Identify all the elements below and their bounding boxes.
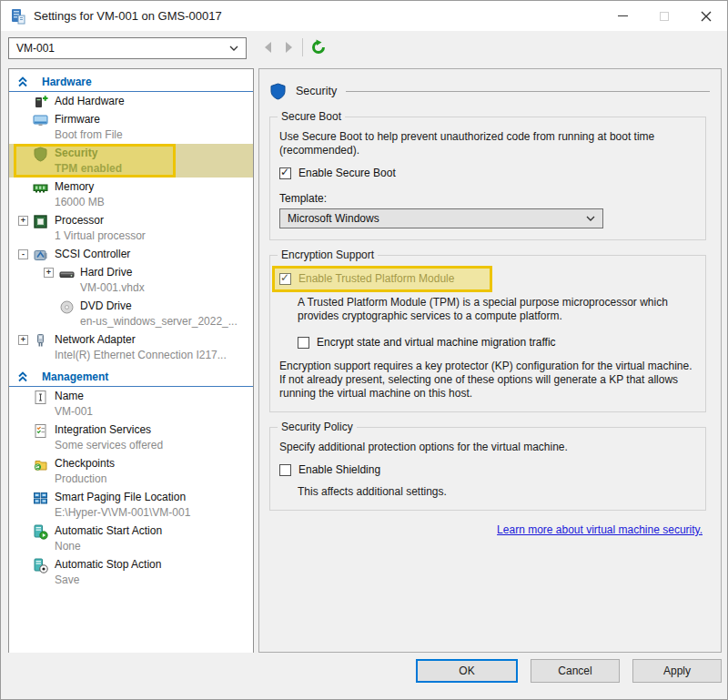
network-adapter-icon (33, 333, 48, 349)
sidebar-item-network-adapter[interactable]: + Network Adapter Intel(R) Ethernet Conn… (9, 330, 253, 364)
enable-tpm-row: Enable Trusted Platform Module (279, 272, 501, 285)
sidebar-item-sublabel: Save (55, 572, 251, 587)
sidebar-item-label: Integration Services (55, 422, 251, 437)
settings-window: Settings for VM-001 on GMS-00017 VM-001 (0, 0, 728, 700)
sidebar-item-auto-stop[interactable]: Automatic Stop Action Save (9, 555, 253, 589)
sidebar-item-label: Processor (55, 213, 251, 228)
sidebar-item-scsi-controller[interactable]: - SCSI Controller (9, 245, 253, 263)
sidebar-item-label: Firmware (55, 112, 251, 127)
add-hardware-icon (33, 95, 48, 110)
window-title: Settings for VM-001 on GMS-00017 (34, 9, 222, 23)
sidebar-item-processor[interactable]: + Processor 1 Virtual processor (9, 211, 253, 245)
sidebar-item-firmware[interactable]: Firmware Boot from File (9, 110, 253, 144)
forward-button[interactable] (281, 40, 296, 55)
sidebar-item-sublabel: E:\Hyper-V\VM-001\VM-001 (55, 504, 251, 520)
collapse-icon[interactable]: - (18, 249, 28, 259)
sidebar-item-sublabel: 1 Virtual processor (55, 228, 251, 243)
close-button[interactable] (685, 1, 727, 31)
expand-icon[interactable]: + (18, 216, 28, 226)
titlebar: Settings for VM-001 on GMS-00017 (1, 1, 727, 31)
close-icon (701, 11, 712, 22)
sidebar-item-checkpoints[interactable]: Checkpoints Production (9, 454, 253, 488)
sidebar-item-label: Name (55, 389, 251, 403)
enable-tpm-checkbox[interactable] (279, 273, 291, 285)
sidebar-item-add-hardware[interactable]: Add Hardware (9, 92, 253, 110)
checkbox-label: Enable Trusted Platform Module (298, 272, 454, 285)
sidebar-item-smart-paging[interactable]: Smart Paging File Location E:\Hyper-V\VM… (9, 488, 253, 522)
group-title: Encryption Support (278, 249, 378, 261)
sidebar-item-integration-services[interactable]: Integration Services Some services offer… (9, 421, 253, 454)
link-row: Learn more about virtual machine securit… (268, 523, 703, 536)
sidebar-item-sublabel: TPM enabled (55, 160, 251, 176)
sidebar-item-label: Automatic Stop Action (55, 557, 251, 572)
back-button[interactable] (261, 40, 276, 55)
sidebar-item-label: Smart Paging File Location (55, 490, 251, 504)
template-label: Template: (279, 192, 694, 205)
vm-selector-value: VM-001 (16, 42, 229, 55)
management-section-header[interactable]: Management (9, 367, 253, 387)
management-header-label: Management (42, 370, 108, 383)
sidebar-item-label: DVD Drive (80, 299, 251, 313)
shielding-note: This affects additional settings. (298, 485, 694, 499)
enable-shielding-row: Enable Shielding (279, 463, 694, 476)
expand-icon[interactable]: + (44, 268, 54, 278)
expand-icon[interactable]: + (18, 335, 28, 345)
integration-services-icon (33, 423, 48, 439)
sidebar-item-auto-start[interactable]: Automatic Start Action None (9, 522, 253, 555)
collapse-chevron-icon (17, 76, 28, 87)
toolbar: VM-001 (1, 31, 727, 65)
apply-button[interactable]: Apply (632, 659, 722, 683)
sidebar-item-security[interactable]: Security TPM enabled (9, 144, 253, 178)
scsi-controller-icon (33, 248, 48, 263)
security-settings-pane: Security Secure Boot Use Secure Boot to … (258, 68, 722, 653)
secure-boot-group: Secure Boot Use Secure Boot to help prev… (269, 117, 706, 240)
security-shield-icon (33, 147, 48, 162)
firmware-icon (33, 113, 48, 128)
encrypt-state-checkbox[interactable] (298, 337, 309, 349)
tpm-description: A Trusted Platform Module (TPM) is a spe… (298, 296, 694, 323)
encryption-support-group: Encryption Support Enable Trusted Platfo… (269, 255, 706, 412)
sidebar-item-label: Automatic Start Action (55, 523, 251, 538)
sidebar-item-hard-drive[interactable]: + Hard Drive VM-001.vhdx (9, 263, 253, 297)
sidebar-item-sublabel: None (55, 538, 251, 553)
sidebar-item-sublabel: 16000 MB (55, 194, 251, 209)
sidebar-item-sublabel: Production (55, 471, 251, 486)
vm-selector[interactable]: VM-001 (8, 37, 247, 59)
processor-icon (33, 214, 48, 229)
sidebar-item-label: Add Hardware (55, 94, 251, 108)
pane-title: Security (296, 85, 337, 97)
pane-header: Security (269, 80, 712, 102)
toolbar-separator (302, 38, 303, 56)
security-shield-blue-icon (269, 83, 287, 100)
sidebar-item-name[interactable]: Name VM-001 (9, 387, 253, 421)
cancel-button[interactable]: Cancel (531, 659, 620, 683)
enable-shielding-checkbox[interactable] (279, 464, 291, 476)
dvd-drive-icon (59, 299, 75, 315)
refresh-button[interactable] (310, 39, 327, 56)
hard-drive-icon (59, 266, 75, 281)
sidebar-item-sublabel: VM-001 (55, 403, 251, 419)
security-policy-description: Specify additional protection options fo… (279, 441, 694, 454)
maximize-button[interactable] (643, 1, 685, 31)
smart-paging-icon (33, 491, 48, 506)
sidebar-item-sublabel: Intel(R) Ethernet Connection I217... (55, 347, 251, 362)
minimize-button[interactable] (602, 1, 643, 31)
hardware-header-label: Hardware (42, 76, 92, 88)
minimize-icon (618, 15, 628, 16)
sidebar-item-label: Memory (55, 179, 251, 194)
collapse-chevron-icon (17, 371, 28, 382)
encrypt-state-row: Encrypt state and virtual machine migrat… (298, 336, 694, 349)
checkbox-label: Enable Secure Boot (298, 167, 396, 179)
template-dropdown[interactable]: Microsoft Windows (279, 208, 603, 228)
content-area: Hardware Add Hardware Firmware Bo (1, 65, 727, 654)
learn-more-link[interactable]: Learn more about virtual machine securit… (497, 523, 703, 536)
hardware-section-header[interactable]: Hardware (9, 72, 253, 92)
ok-button[interactable]: OK (416, 659, 518, 683)
enable-secure-boot-checkbox[interactable] (279, 167, 291, 179)
sidebar-item-dvd-drive[interactable]: DVD Drive en-us_windows_server_2022_... (9, 297, 253, 330)
sidebar-item-memory[interactable]: Memory 16000 MB (9, 178, 253, 211)
automatic-start-icon (33, 524, 48, 540)
sidebar-item-label: SCSI Controller (55, 247, 251, 261)
automatic-stop-icon (33, 558, 48, 573)
sidebar-item-sublabel: Some services offered (55, 437, 251, 452)
